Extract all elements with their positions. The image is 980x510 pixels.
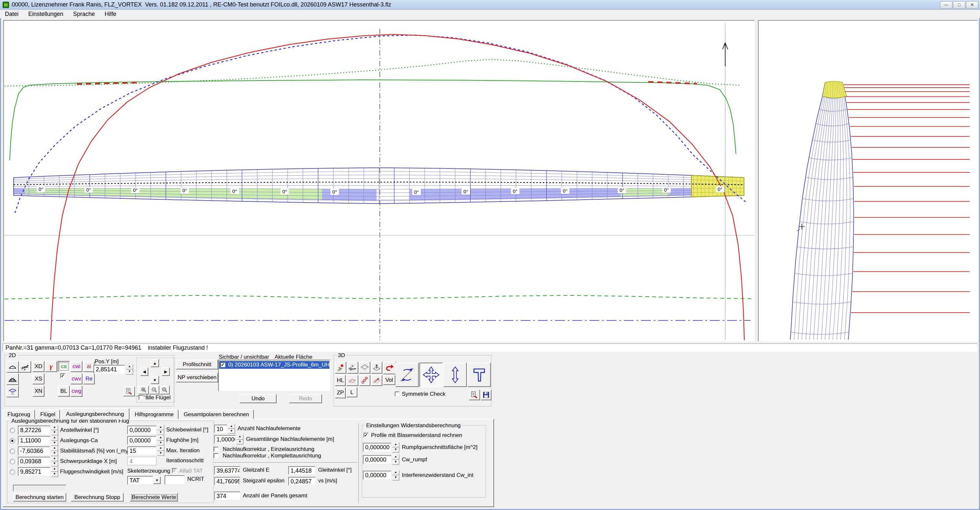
- skelett-combo-arrow[interactable]: ▼: [153, 477, 161, 484]
- tab-fluegel[interactable]: Flügel: [35, 410, 60, 419]
- surface-listbox[interactable]: ✓ 0) 20260103 ASW-17_JS-Profile_6m_UH: [218, 360, 331, 392]
- anstellwinkel-field[interactable]: 8,27226: [18, 426, 50, 435]
- pan-up-button[interactable]: ▲: [151, 359, 159, 367]
- auslegungs-ca-spinner[interactable]: ▲▼: [51, 435, 58, 446]
- rotate-3d-button[interactable]: [395, 363, 419, 387]
- radio-schwerpunktlage[interactable]: [10, 459, 15, 464]
- menu-einstellungen[interactable]: Einstellungen: [23, 10, 68, 18]
- menu-hilfe[interactable]: Hilfe: [100, 10, 121, 18]
- red-arrow-panel-button[interactable]: [371, 375, 382, 386]
- berechnung-starten-button[interactable]: Berechnung starten: [13, 493, 66, 502]
- minimize-button[interactable]: —: [940, 1, 952, 9]
- bl-button[interactable]: BL: [58, 386, 70, 397]
- hl-button[interactable]: HL: [335, 375, 346, 386]
- rumpfflaeche-field[interactable]: 0,000000: [363, 443, 391, 452]
- cwi-button[interactable]: cwi: [70, 361, 83, 372]
- xd-button[interactable]: XD: [32, 361, 45, 372]
- radio-auslegungs-ca[interactable]: [10, 438, 15, 443]
- radio-anstellwinkel[interactable]: [10, 428, 15, 433]
- schiebewinkel-spinner[interactable]: ▲▼: [157, 425, 164, 435]
- flughoehe-field[interactable]: 0,00000: [127, 436, 156, 445]
- schiebewinkel-field[interactable]: 0,00000: [127, 426, 156, 434]
- cw-rumpf-spinner[interactable]: ▲▼: [392, 454, 399, 465]
- symmetrie-check-checkbox[interactable]: [395, 392, 399, 396]
- stabilitaetsmass-spinner[interactable]: ▲▼: [51, 446, 58, 456]
- re-button[interactable]: Re: [83, 373, 95, 384]
- export-3d-button[interactable]: [469, 390, 480, 400]
- fluggeschwindigkeit-field[interactable]: 9,85271: [18, 467, 50, 476]
- reset-view-button[interactable]: [383, 362, 396, 374]
- gesamtlaenge-spinner[interactable]: ▲▼: [236, 434, 243, 445]
- tab-gesamtpolaren[interactable]: Gesamtpolaren berechnen: [179, 410, 254, 419]
- zp-button[interactable]: ZP: [335, 387, 346, 398]
- wing-3d-panel[interactable]: [758, 20, 978, 341]
- l-button[interactable]: L: [346, 387, 357, 397]
- anzahl-nachlauf-field[interactable]: 10: [214, 425, 227, 433]
- max-iteration-spinner[interactable]: ▲▼: [157, 446, 164, 456]
- berechnung-stopp-button[interactable]: Berechnung Stopp: [71, 493, 124, 502]
- alpha-arrow-button[interactable]: α: [347, 362, 358, 374]
- auslegungs-ca-field[interactable]: 1,11000: [18, 436, 50, 445]
- ca-checkbox[interactable]: ✓: [60, 373, 65, 378]
- radio-stabilitaetsmass[interactable]: [10, 449, 15, 454]
- cwg-button[interactable]: cwg: [70, 386, 83, 397]
- dashed-planform-button[interactable]: [359, 362, 371, 374]
- gesamtlaenge-field[interactable]: 1,00000: [214, 435, 235, 444]
- move-3d-button[interactable]: [419, 363, 443, 387]
- flughoehe-spinner[interactable]: ▲▼: [157, 435, 164, 445]
- red-circles-button[interactable]: [359, 375, 371, 386]
- wing-view-button[interactable]: [6, 386, 19, 397]
- zoom-3d-button[interactable]: [444, 363, 467, 387]
- menu-datei[interactable]: Datei: [0, 10, 23, 18]
- surface-visible-checkbox[interactable]: ✓: [220, 362, 225, 367]
- menu-sprache[interactable]: Sprache: [68, 10, 100, 18]
- tab-hilfsprogramme[interactable]: Hilfsprogramme: [130, 410, 178, 419]
- xs-button[interactable]: XS: [32, 373, 45, 384]
- ncrit-field[interactable]: [165, 475, 185, 484]
- stabilitaetsmass-field[interactable]: -7,60366: [18, 446, 50, 456]
- maximize-button[interactable]: □: [953, 1, 966, 9]
- planform-plot-panel[interactable]: 0°0°0°0°0°0°0°0°0°0°0°0°0°0°: [3, 20, 755, 341]
- paint-mesh-button[interactable]: [335, 362, 346, 374]
- diamond-normal-button[interactable]: [371, 362, 382, 374]
- berechnete-werte-button[interactable]: Berechnete Werte: [130, 493, 178, 502]
- schwerpunktlage-field[interactable]: 0,09368: [18, 457, 50, 466]
- undo-button[interactable]: Undo: [240, 394, 277, 403]
- zoom-in-button[interactable]: [138, 386, 149, 394]
- export-2d-button[interactable]: [123, 386, 135, 396]
- blasenwiderstand-checkbox[interactable]: ✓: [364, 433, 368, 438]
- nachlauf-komplett-checkbox[interactable]: [213, 453, 218, 458]
- pan-down-button[interactable]: ▼: [151, 376, 159, 384]
- tab-auslegungsberechnung[interactable]: Auslegungsberechnung: [60, 408, 129, 419]
- alle-fluegel-checkbox[interactable]: [138, 395, 143, 400]
- build-3d-button[interactable]: [468, 363, 491, 387]
- nachlauf-einzel-checkbox[interactable]: [213, 447, 218, 451]
- hangar-view-button[interactable]: [6, 373, 19, 385]
- gamma-button[interactable]: γ: [45, 361, 57, 372]
- np-verschieben-button[interactable]: NP verschieben: [176, 373, 218, 382]
- pan-left-button[interactable]: ◀: [140, 368, 148, 376]
- vol-button[interactable]: Vol: [383, 375, 395, 385]
- tab-flugzeug[interactable]: Flugzeug: [3, 410, 35, 419]
- profilschnitt-button[interactable]: Profilschnitt: [176, 360, 218, 370]
- posy-spinner[interactable]: ▲▼: [126, 364, 133, 375]
- red-panel-button[interactable]: [346, 375, 358, 386]
- cw-int-spinner[interactable]: ▲▼: [392, 470, 399, 480]
- pan-right-button[interactable]: ▶: [162, 368, 170, 376]
- title-bar[interactable]: H 00000, Lizenznehmer Frank Ranis, FLZ_V…: [0, 0, 980, 10]
- ai-button[interactable]: ai: [83, 361, 95, 372]
- anzahl-nachlauf-spinner[interactable]: ▲▼: [228, 424, 235, 434]
- cw-int-field[interactable]: 0,00000: [363, 471, 391, 480]
- anstellwinkel-spinner[interactable]: ▲▼: [51, 425, 58, 435]
- max-iteration-field[interactable]: 15: [127, 446, 156, 455]
- radio-fluggeschwindigkeit[interactable]: [10, 469, 15, 475]
- redo-button[interactable]: Redo: [289, 394, 322, 403]
- save-3d-button[interactable]: [481, 390, 492, 400]
- xn-button[interactable]: XN: [32, 386, 45, 397]
- zoom-out-button[interactable]: [160, 386, 170, 394]
- cwv-button[interactable]: cwv: [70, 373, 83, 384]
- rumpfflaeche-spinner[interactable]: ▲▼: [392, 442, 399, 453]
- surface-list-item[interactable]: ✓ 0) 20260103 ASW-17_JS-Profile_6m_UH: [219, 361, 329, 369]
- fluggeschwindigkeit-spinner[interactable]: ▲▼: [51, 467, 58, 477]
- cw-rumpf-field[interactable]: 0,00000: [363, 455, 391, 464]
